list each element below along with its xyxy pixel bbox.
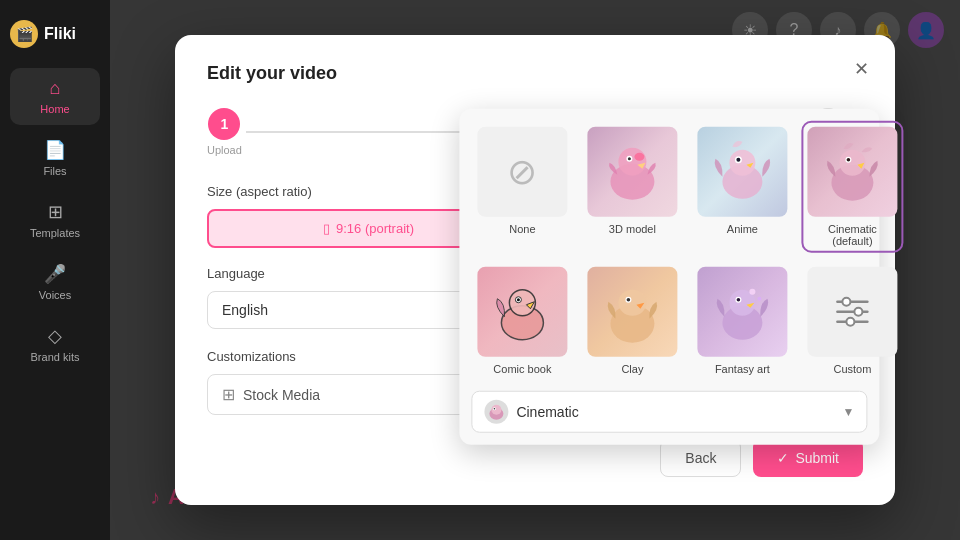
svg-point-26 [757, 297, 761, 301]
svg-point-16 [517, 298, 520, 301]
style-select-label: Cinematic [516, 404, 834, 420]
svg-point-32 [846, 318, 854, 326]
style-grid: None [471, 121, 867, 381]
style-select-row[interactable]: Cinematic ▼ [471, 391, 867, 433]
app-logo: 🎬 Fliki [0, 12, 110, 56]
svg-point-6 [729, 150, 755, 176]
svg-point-2 [634, 153, 644, 161]
style-label-anime: Anime [727, 223, 758, 235]
style-label-comic: Comic book [493, 363, 551, 375]
sidebar-item-brand-kits[interactable]: ◇ Brand kits [10, 315, 100, 373]
svg-point-36 [494, 408, 496, 410]
style-thumb-none [477, 127, 567, 217]
portrait-label: 9:16 (portrait) [336, 221, 414, 236]
sidebar-item-files-label: Files [43, 165, 66, 177]
style-thumb-clay [587, 267, 677, 357]
modal-close-button[interactable]: ✕ [847, 55, 875, 83]
bird-clay-svg [587, 267, 677, 357]
svg-point-28 [842, 298, 850, 306]
step-1-circle: 1 [208, 108, 240, 140]
sidebar: 🎬 Fliki ⌂ Home 📄 Files ⊞ Templates 🎤 Voi… [0, 0, 110, 540]
dropdown-chevron-icon: ▼ [843, 405, 855, 419]
edit-video-modal: Edit your video ✕ 1 Upload 2 Customizati… [175, 35, 895, 505]
style-thumb-cinematic [807, 127, 897, 217]
step-1-label: Upload [207, 144, 242, 156]
style-label-fantasy: Fantasy art [715, 363, 770, 375]
svg-point-8 [736, 158, 740, 162]
bird-comic-svg [477, 267, 567, 357]
app-name: Fliki [44, 25, 76, 43]
sidebar-item-brand-kits-label: Brand kits [31, 351, 80, 363]
style-picker: None [459, 109, 879, 445]
svg-point-24 [737, 298, 741, 302]
sidebar-item-voices-label: Voices [39, 289, 71, 301]
bird-3d-svg [587, 127, 677, 217]
svg-point-25 [749, 289, 755, 295]
style-thumb-custom [807, 267, 897, 357]
style-label-cinematic: Cinematic (default) [807, 223, 897, 247]
submit-check-icon: ✓ [777, 450, 789, 466]
style-label-3d: 3D model [609, 223, 656, 235]
bird-anime-svg [697, 127, 787, 217]
style-item-clay[interactable]: Clay [581, 261, 683, 381]
main-area: ☀ ? ♪ 🔔 👤 ♪ Audio Edit your video ✕ 1 Up… [110, 0, 960, 540]
style-item-custom[interactable]: Custom [801, 261, 903, 381]
stock-media-icon: ⊞ [222, 385, 235, 404]
svg-point-20 [627, 298, 631, 302]
portrait-icon: ▯ [323, 221, 330, 236]
svg-point-12 [847, 158, 851, 162]
style-item-none[interactable]: None [471, 121, 573, 253]
sidebar-item-files[interactable]: 📄 Files [10, 129, 100, 187]
style-thumb-comic [477, 267, 567, 357]
svg-point-1 [618, 148, 646, 176]
style-item-anime[interactable]: Anime [691, 121, 793, 253]
bird-fantasy-svg [697, 267, 787, 357]
bird-cinematic-svg [807, 127, 897, 217]
svg-point-30 [854, 308, 862, 316]
style-item-3d-model[interactable]: 3D model [581, 121, 683, 253]
step-1-wrapper: 1 Upload [207, 108, 242, 156]
cinematic-mini-icon [486, 402, 506, 422]
modal-backdrop: Edit your video ✕ 1 Upload 2 Customizati… [110, 0, 960, 540]
style-label-none: None [509, 223, 535, 235]
svg-point-34 [491, 405, 501, 415]
sidebar-item-templates-label: Templates [30, 227, 80, 239]
sidebar-item-templates[interactable]: ⊞ Templates [10, 191, 100, 249]
templates-icon: ⊞ [48, 201, 63, 223]
customizations-value: Stock Media [243, 387, 320, 403]
style-label-custom: Custom [833, 363, 871, 375]
custom-sliders-icon [832, 292, 872, 332]
svg-point-18 [618, 290, 646, 316]
svg-point-4 [628, 157, 631, 160]
style-thumb-anime [697, 127, 787, 217]
brand-kits-icon: ◇ [48, 325, 62, 347]
modal-title: Edit your video [207, 63, 863, 84]
sidebar-item-home[interactable]: ⌂ Home [10, 68, 100, 125]
style-item-cinematic[interactable]: Cinematic (default) [801, 121, 903, 253]
style-label-clay: Clay [621, 363, 643, 375]
home-icon: ⌂ [50, 78, 61, 99]
style-thumb-fantasy [697, 267, 787, 357]
sidebar-item-voices[interactable]: 🎤 Voices [10, 253, 100, 311]
logo-icon: 🎬 [10, 20, 38, 48]
svg-point-10 [839, 150, 865, 176]
style-item-comic-book[interactable]: Comic book [471, 261, 573, 381]
sidebar-item-home-label: Home [40, 103, 69, 115]
submit-label: Submit [795, 450, 839, 466]
style-select-avatar [484, 400, 508, 424]
style-item-fantasy-art[interactable]: Fantasy art [691, 261, 793, 381]
style-thumb-3d [587, 127, 677, 217]
files-icon: 📄 [44, 139, 66, 161]
voices-icon: 🎤 [44, 263, 66, 285]
